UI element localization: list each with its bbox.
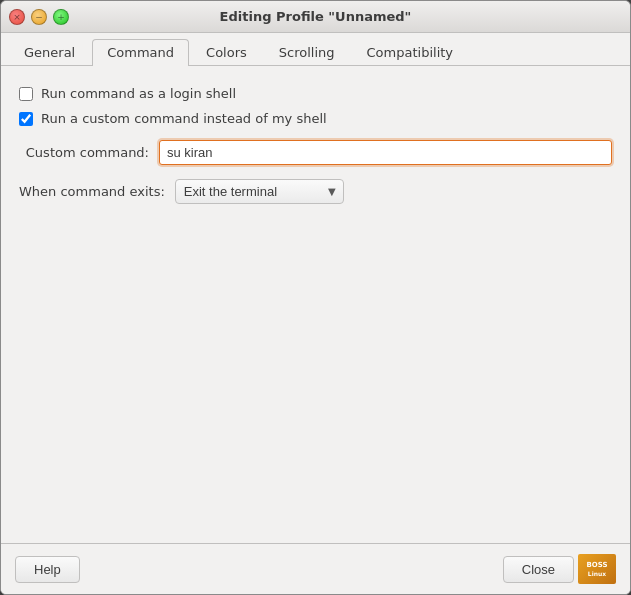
boss-linux-badge: BOSS Linux [578,554,616,584]
login-shell-label: Run command as a login shell [41,86,236,101]
window-content: General Command Colors Scrolling Compati… [1,33,630,594]
minimize-window-button[interactable]: − [31,9,47,25]
custom-command-checkbox[interactable] [19,112,33,126]
tab-command[interactable]: Command [92,39,189,66]
close-button[interactable]: Close [503,556,574,583]
main-window: × − + Editing Profile "Unnamed" General … [0,0,631,595]
window-title: Editing Profile "Unnamed" [220,9,412,24]
custom-command-input-row: Custom command: [19,140,612,165]
command-tab-content: Run command as a login shell Run a custo… [1,66,630,543]
when-exits-label: When command exits: [19,184,165,199]
tab-general[interactable]: General [9,39,90,65]
bottom-right: Close BOSS Linux [503,554,616,584]
maximize-window-button[interactable]: + [53,9,69,25]
content-spacer [19,214,612,523]
tab-colors[interactable]: Colors [191,39,262,65]
custom-command-checkbox-row: Run a custom command instead of my shell [19,111,612,126]
tab-bar: General Command Colors Scrolling Compati… [1,33,630,66]
custom-command-field-label: Custom command: [19,145,149,160]
login-shell-row: Run command as a login shell [19,86,612,101]
tab-compatibility[interactable]: Compatibility [352,39,469,65]
when-exits-dropdown[interactable]: Exit the terminal Restart the command Ho… [175,179,344,204]
login-shell-checkbox[interactable] [19,87,33,101]
close-window-button[interactable]: × [9,9,25,25]
when-exits-row: When command exits: Exit the terminal Re… [19,179,612,204]
custom-command-input[interactable] [159,140,612,165]
custom-command-checkbox-label: Run a custom command instead of my shell [41,111,327,126]
help-button[interactable]: Help [15,556,80,583]
when-exits-dropdown-container: Exit the terminal Restart the command Ho… [175,179,344,204]
tab-scrolling[interactable]: Scrolling [264,39,350,65]
titlebar: × − + Editing Profile "Unnamed" [1,1,630,33]
bottom-bar: Help Close BOSS Linux [1,543,630,594]
window-controls: × − + [9,9,69,25]
